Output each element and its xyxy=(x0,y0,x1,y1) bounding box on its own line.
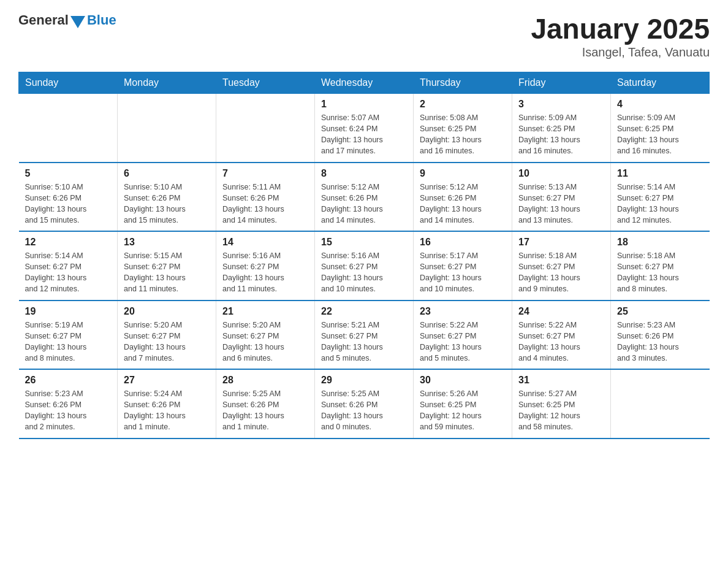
day-info: Sunrise: 5:12 AM Sunset: 6:26 PM Dayligh… xyxy=(321,182,407,226)
day-number: 27 xyxy=(124,375,210,386)
day-number: 4 xyxy=(617,99,703,110)
day-number: 22 xyxy=(321,306,407,317)
day-info: Sunrise: 5:10 AM Sunset: 6:26 PM Dayligh… xyxy=(124,182,210,226)
day-number: 26 xyxy=(25,375,112,386)
calendar-cell: 19Sunrise: 5:19 AM Sunset: 6:27 PM Dayli… xyxy=(19,301,118,370)
calendar-cell xyxy=(611,369,710,439)
calendar-week-row: 1Sunrise: 5:07 AM Sunset: 6:24 PM Daylig… xyxy=(19,94,710,163)
calendar-cell: 21Sunrise: 5:20 AM Sunset: 6:27 PM Dayli… xyxy=(216,301,315,370)
day-number: 25 xyxy=(617,306,703,317)
page-header: General Blue January 2025 Isangel, Tafea… xyxy=(18,12,710,59)
day-info: Sunrise: 5:24 AM Sunset: 6:26 PM Dayligh… xyxy=(124,388,210,433)
day-info: Sunrise: 5:09 AM Sunset: 6:25 PM Dayligh… xyxy=(518,112,604,157)
calendar-cell: 14Sunrise: 5:16 AM Sunset: 6:27 PM Dayli… xyxy=(216,231,315,301)
day-number: 2 xyxy=(420,99,506,110)
calendar-week-row: 26Sunrise: 5:23 AM Sunset: 6:26 PM Dayli… xyxy=(19,369,710,439)
calendar-cell: 25Sunrise: 5:23 AM Sunset: 6:26 PM Dayli… xyxy=(611,301,710,370)
calendar-cell: 23Sunrise: 5:22 AM Sunset: 6:27 PM Dayli… xyxy=(414,301,512,370)
calendar-header-row: SundayMondayTuesdayWednesdayThursdayFrid… xyxy=(19,72,710,94)
calendar-cell: 2Sunrise: 5:08 AM Sunset: 6:25 PM Daylig… xyxy=(414,94,512,163)
day-number: 29 xyxy=(321,375,407,386)
calendar-cell: 9Sunrise: 5:12 AM Sunset: 6:26 PM Daylig… xyxy=(414,163,512,232)
calendar-cell: 6Sunrise: 5:10 AM Sunset: 6:26 PM Daylig… xyxy=(118,163,216,232)
day-info: Sunrise: 5:15 AM Sunset: 6:27 PM Dayligh… xyxy=(124,250,210,295)
day-number: 17 xyxy=(518,237,604,248)
day-info: Sunrise: 5:23 AM Sunset: 6:26 PM Dayligh… xyxy=(25,388,112,433)
day-number: 3 xyxy=(518,99,604,110)
calendar-cell: 7Sunrise: 5:11 AM Sunset: 6:26 PM Daylig… xyxy=(216,163,315,232)
day-number: 19 xyxy=(25,306,112,317)
location-subtitle: Isangel, Tafea, Vanuatu xyxy=(531,45,710,59)
day-number: 11 xyxy=(617,168,703,179)
month-title: January 2025 xyxy=(531,12,710,45)
day-info: Sunrise: 5:17 AM Sunset: 6:27 PM Dayligh… xyxy=(420,250,506,295)
day-info: Sunrise: 5:14 AM Sunset: 6:27 PM Dayligh… xyxy=(617,182,703,226)
day-info: Sunrise: 5:09 AM Sunset: 6:25 PM Dayligh… xyxy=(617,112,703,157)
day-info: Sunrise: 5:11 AM Sunset: 6:26 PM Dayligh… xyxy=(222,182,308,226)
day-number: 20 xyxy=(124,306,210,317)
day-info: Sunrise: 5:22 AM Sunset: 6:27 PM Dayligh… xyxy=(420,320,506,364)
day-number: 13 xyxy=(124,237,210,248)
logo-blue-text: Blue xyxy=(87,12,116,28)
day-info: Sunrise: 5:20 AM Sunset: 6:27 PM Dayligh… xyxy=(222,320,308,364)
day-header-monday: Monday xyxy=(118,72,216,94)
day-number: 1 xyxy=(321,99,407,110)
calendar-table: SundayMondayTuesdayWednesdayThursdayFrid… xyxy=(18,72,710,439)
day-number: 8 xyxy=(321,168,407,179)
day-number: 18 xyxy=(617,237,703,248)
calendar-cell: 20Sunrise: 5:20 AM Sunset: 6:27 PM Dayli… xyxy=(118,301,216,370)
day-number: 6 xyxy=(124,168,210,179)
day-info: Sunrise: 5:25 AM Sunset: 6:26 PM Dayligh… xyxy=(321,388,407,433)
calendar-cell: 12Sunrise: 5:14 AM Sunset: 6:27 PM Dayli… xyxy=(19,231,118,301)
day-info: Sunrise: 5:18 AM Sunset: 6:27 PM Dayligh… xyxy=(518,250,604,295)
calendar-cell: 18Sunrise: 5:18 AM Sunset: 6:27 PM Dayli… xyxy=(611,231,710,301)
calendar-cell: 11Sunrise: 5:14 AM Sunset: 6:27 PM Dayli… xyxy=(611,163,710,232)
day-header-tuesday: Tuesday xyxy=(216,72,315,94)
calendar-cell: 31Sunrise: 5:27 AM Sunset: 6:25 PM Dayli… xyxy=(512,369,611,439)
calendar-week-row: 19Sunrise: 5:19 AM Sunset: 6:27 PM Dayli… xyxy=(19,301,710,370)
day-info: Sunrise: 5:13 AM Sunset: 6:27 PM Dayligh… xyxy=(518,182,604,226)
day-info: Sunrise: 5:25 AM Sunset: 6:26 PM Dayligh… xyxy=(222,388,308,433)
day-number: 31 xyxy=(518,375,604,386)
calendar-cell: 3Sunrise: 5:09 AM Sunset: 6:25 PM Daylig… xyxy=(512,94,611,163)
calendar-cell: 1Sunrise: 5:07 AM Sunset: 6:24 PM Daylig… xyxy=(315,94,414,163)
calendar-cell: 24Sunrise: 5:22 AM Sunset: 6:27 PM Dayli… xyxy=(512,301,611,370)
calendar-cell: 17Sunrise: 5:18 AM Sunset: 6:27 PM Dayli… xyxy=(512,231,611,301)
day-info: Sunrise: 5:07 AM Sunset: 6:24 PM Dayligh… xyxy=(321,112,407,157)
day-number: 21 xyxy=(222,306,308,317)
calendar-cell xyxy=(216,94,315,163)
day-number: 16 xyxy=(420,237,506,248)
calendar-cell: 13Sunrise: 5:15 AM Sunset: 6:27 PM Dayli… xyxy=(118,231,216,301)
day-info: Sunrise: 5:21 AM Sunset: 6:27 PM Dayligh… xyxy=(321,320,407,364)
title-section: January 2025 Isangel, Tafea, Vanuatu xyxy=(531,12,710,59)
calendar-cell xyxy=(19,94,118,163)
calendar-cell: 30Sunrise: 5:26 AM Sunset: 6:25 PM Dayli… xyxy=(414,369,512,439)
day-number: 9 xyxy=(420,168,506,179)
calendar-cell: 15Sunrise: 5:16 AM Sunset: 6:27 PM Dayli… xyxy=(315,231,414,301)
day-header-thursday: Thursday xyxy=(414,72,512,94)
calendar-week-row: 12Sunrise: 5:14 AM Sunset: 6:27 PM Dayli… xyxy=(19,231,710,301)
calendar-cell: 10Sunrise: 5:13 AM Sunset: 6:27 PM Dayli… xyxy=(512,163,611,232)
day-info: Sunrise: 5:22 AM Sunset: 6:27 PM Dayligh… xyxy=(518,320,604,364)
calendar-cell: 27Sunrise: 5:24 AM Sunset: 6:26 PM Dayli… xyxy=(118,369,216,439)
day-header-sunday: Sunday xyxy=(19,72,118,94)
calendar-cell: 5Sunrise: 5:10 AM Sunset: 6:26 PM Daylig… xyxy=(19,163,118,232)
day-number: 30 xyxy=(420,375,506,386)
day-number: 12 xyxy=(25,237,112,248)
day-info: Sunrise: 5:12 AM Sunset: 6:26 PM Dayligh… xyxy=(420,182,506,226)
calendar-cell: 29Sunrise: 5:25 AM Sunset: 6:26 PM Dayli… xyxy=(315,369,414,439)
calendar-cell: 28Sunrise: 5:25 AM Sunset: 6:26 PM Dayli… xyxy=(216,369,315,439)
day-info: Sunrise: 5:18 AM Sunset: 6:27 PM Dayligh… xyxy=(617,250,703,295)
day-header-saturday: Saturday xyxy=(611,72,710,94)
day-number: 5 xyxy=(25,168,112,179)
day-info: Sunrise: 5:23 AM Sunset: 6:26 PM Dayligh… xyxy=(617,320,703,364)
day-number: 10 xyxy=(518,168,604,179)
day-info: Sunrise: 5:20 AM Sunset: 6:27 PM Dayligh… xyxy=(124,320,210,364)
day-info: Sunrise: 5:27 AM Sunset: 6:25 PM Dayligh… xyxy=(518,388,604,433)
calendar-cell: 26Sunrise: 5:23 AM Sunset: 6:26 PM Dayli… xyxy=(19,369,118,439)
day-header-friday: Friday xyxy=(512,72,611,94)
calendar-cell xyxy=(118,94,216,163)
day-number: 24 xyxy=(518,306,604,317)
day-info: Sunrise: 5:26 AM Sunset: 6:25 PM Dayligh… xyxy=(420,388,506,433)
day-number: 7 xyxy=(222,168,308,179)
